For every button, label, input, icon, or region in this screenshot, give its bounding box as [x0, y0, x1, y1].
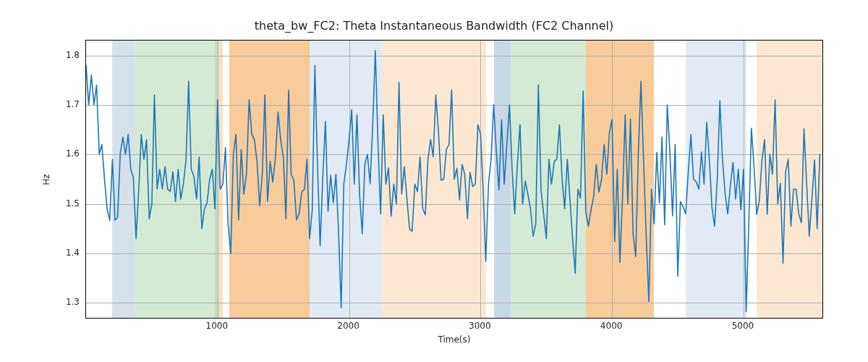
x-tick: 2000 — [337, 321, 359, 331]
x-tick: 4000 — [600, 321, 623, 331]
line-series — [86, 41, 822, 318]
y-tick: 1.8 — [54, 50, 80, 60]
x-tick: 3000 — [469, 321, 491, 331]
y-axis-label: Hz — [41, 40, 52, 319]
y-tick: 1.6 — [54, 148, 80, 159]
chart-title: theta_bw_FC2: Theta Instantaneous Bandwi… — [0, 19, 868, 33]
y-tick: 1.7 — [54, 99, 80, 109]
y-tick: 1.4 — [54, 248, 80, 258]
y-tick: 1.5 — [54, 198, 80, 209]
x-tick: 5000 — [732, 321, 754, 331]
figure: theta_bw_FC2: Theta Instantaneous Bandwi… — [0, 0, 868, 362]
x-axis-label: Time(s) — [85, 334, 823, 345]
x-tick: 1000 — [206, 321, 229, 331]
y-tick: 1.3 — [54, 297, 80, 307]
plot-area — [85, 40, 823, 319]
